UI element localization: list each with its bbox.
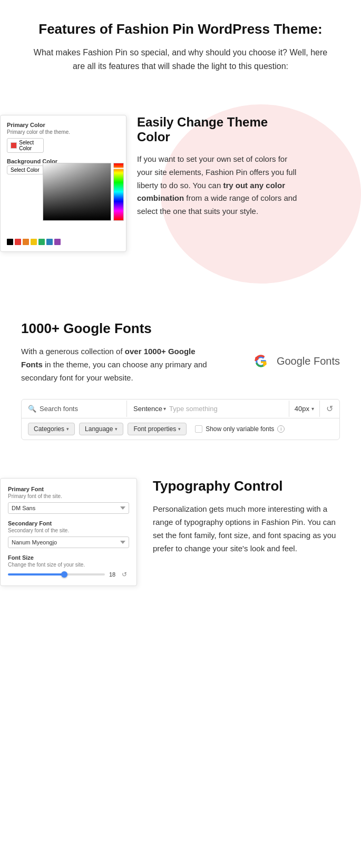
swatch-orange[interactable] — [23, 239, 29, 245]
font-sentence-area[interactable]: Sentence Type something — [127, 401, 289, 417]
language-button[interactable]: Language — [79, 423, 123, 435]
font-size-dropdown-arrow: ▾ — [311, 406, 314, 412]
type-something-placeholder: Type something — [169, 405, 218, 413]
primary-font-desc: Primary font of the site. — [8, 493, 129, 499]
gradient-bar[interactable] — [113, 163, 124, 221]
gf-desc-part1: With a generous collection of — [21, 347, 125, 356]
google-fonts-title: 1000+ Google Fonts — [21, 320, 340, 337]
swatch-black[interactable] — [7, 239, 13, 245]
slider-value: 18 — [109, 571, 118, 578]
google-fonts-title-bold: Google Fonts — [63, 320, 152, 336]
font-preview-bar: 🔍 Search fonts Sentence Type something 4… — [21, 399, 340, 440]
google-fonts-section: 1000+ Google Fonts With a generous colle… — [0, 294, 361, 457]
primary-font-label: Primary Font — [8, 486, 129, 492]
secondary-font-desc: Secondary font of the site. — [8, 528, 129, 533]
sentence-label: Sentence — [133, 405, 162, 413]
primary-font-select[interactable]: DM Sans — [8, 502, 129, 514]
theme-color-description: If you want to set your own set of color… — [137, 153, 300, 218]
swatch-purple[interactable] — [54, 239, 61, 245]
primary-color-desc: Primary color of the theme. — [7, 129, 120, 135]
font-search-area[interactable]: 🔍 Search fonts — [22, 401, 127, 417]
google-fonts-title-normal: 1000+ — [21, 320, 63, 336]
features-header: Features of Fashion Pin WordPress Theme:… — [0, 0, 361, 83]
font-preview-top-row: 🔍 Search fonts Sentence Type something 4… — [22, 399, 339, 418]
variable-fonts-label: Show only variable fonts — [206, 425, 274, 433]
sentence-dropdown[interactable]: Sentence — [133, 405, 166, 413]
gf-desc-part2: in the theme, you can choose any primary… — [21, 360, 207, 382]
search-icon: 🔍 — [28, 405, 36, 413]
categories-button[interactable]: Categories — [28, 423, 75, 435]
features-title: Features of Fashion Pin WordPress Theme: — [32, 21, 329, 37]
theme-color-text: Easily Change Theme Color If you want to… — [126, 115, 316, 218]
gradient-square[interactable] — [43, 163, 111, 221]
select-btn2-label: Select Color — [11, 167, 39, 173]
font-preview-bottom-row: Categories Language Font properties Show… — [22, 418, 339, 440]
features-description: What makes Fashion Pin so special, and w… — [32, 46, 329, 73]
variable-fonts-checkbox[interactable] — [195, 425, 202, 433]
swatch-red[interactable] — [15, 239, 21, 245]
swatch-blue[interactable] — [46, 239, 53, 245]
svg-point-0 — [255, 357, 259, 360]
secondary-font-select[interactable]: Nanum Myeongjo — [8, 537, 129, 548]
typography-section: Primary Font Primary font of the site. D… — [0, 457, 361, 607]
font-size-slider[interactable] — [8, 573, 105, 576]
typography-text: Typography Control Personalization gets … — [148, 478, 361, 555]
google-fonts-description: With a generous collection of over 1000+… — [21, 345, 211, 384]
theme-color-heading: Easily Change Theme Color — [137, 115, 300, 144]
svg-point-1 — [263, 362, 267, 366]
slider-thumb — [61, 571, 67, 578]
info-icon: i — [277, 425, 285, 433]
google-fonts-icon — [250, 350, 271, 372]
typography-mockup: Primary Font Primary font of the site. D… — [0, 478, 137, 586]
select-color-btn-2[interactable]: Select Color — [7, 165, 44, 174]
variable-fonts-area: Show only variable fonts i — [195, 425, 285, 433]
font-size-slider-row: 18 ↺ — [8, 571, 129, 578]
google-fonts-logo-text: Google Fonts — [277, 355, 340, 367]
swatch-green[interactable] — [38, 239, 45, 245]
font-size-area[interactable]: 40px ▾ — [289, 401, 320, 417]
color-swatches-row — [7, 238, 120, 245]
typography-heading: Typography Control — [153, 478, 345, 494]
select-btn-label: Select Color — [19, 140, 40, 151]
theme-color-section: Primary Color Primary color of the theme… — [0, 83, 361, 294]
search-fonts-label: Search fonts — [40, 405, 78, 413]
font-size-field-label: Font Size — [8, 554, 129, 561]
font-size-label: 40px — [295, 405, 309, 413]
color-swatch — [11, 142, 17, 149]
font-size-field-desc: Change the font size of your site. — [8, 562, 129, 568]
reset-button[interactable]: ↺ — [320, 399, 339, 418]
color-picker-mockup: Primary Color Primary color of the theme… — [0, 115, 126, 252]
color-gradient[interactable] — [43, 163, 132, 221]
primary-color-label: Primary Color — [7, 122, 120, 128]
font-properties-button[interactable]: Font properties — [128, 423, 187, 435]
google-fonts-logo: Google Fonts — [250, 350, 340, 372]
slider-reset-icon[interactable]: ↺ — [122, 571, 129, 578]
typography-description: Personalization gets much more interesti… — [153, 503, 345, 555]
secondary-font-label: Secondary Font — [8, 520, 129, 526]
select-color-btn-1[interactable]: Select Color — [7, 138, 44, 153]
swatch-yellow[interactable] — [31, 239, 37, 245]
